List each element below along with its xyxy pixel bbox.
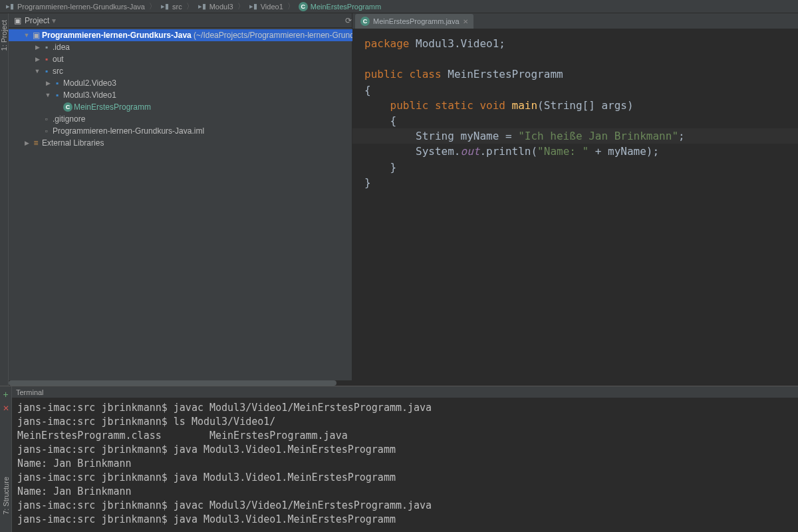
breadcrumb-programmieren-lernen-grundkurs-java[interactable]: ▸▮Programmieren-lernen-Grundkurs-Java — [5, 2, 145, 11]
class-icon: C — [63, 102, 72, 112]
breadcrumb-label: Modul3 — [209, 3, 233, 11]
code-editor[interactable]: package Modul3.Video1; public class Mein… — [352, 29, 798, 386]
tree-node-src[interactable]: ▼▪src — [9, 65, 394, 77]
breadcrumb-label: Programmieren-lernen-Grundkurs-Java — [17, 3, 145, 11]
tree-node-programmieren-lernen-grundkurs-java-iml[interactable]: ▫Programmieren-lernen-Grundkurs-Java.iml — [9, 125, 394, 137]
tree-node-external-libraries[interactable]: ▶≡External Libraries — [9, 137, 394, 149]
tree-node-meinerstesprogramm[interactable]: CMeinErstesProgramm — [9, 101, 394, 113]
tree-twisty-icon[interactable]: ▶ — [33, 44, 42, 51]
project-scrollbar[interactable] — [9, 380, 394, 386]
project-toolbar: ▣Project ▾ ⟳ ⇲ ✳ ↦ — [9, 13, 394, 28]
class-icon: C — [299, 2, 308, 11]
breadcrumb-label: MeinErstesProgramm — [311, 3, 381, 11]
breadcrumb-label: Video1 — [261, 3, 283, 11]
tree-node--idea[interactable]: ▶▪.idea — [9, 41, 394, 53]
package-icon: ▪ — [53, 90, 62, 100]
folder-icon: ▸▮ — [198, 2, 207, 11]
tree-label: out — [53, 55, 64, 64]
breadcrumb-label: src — [172, 3, 182, 11]
close-session-icon[interactable]: ✕ — [3, 404, 9, 413]
tab-label: MeinErstesProgramm.java — [373, 17, 460, 25]
package-icon: ▪ — [53, 78, 62, 88]
library-icon: ≡ — [31, 138, 41, 148]
file-icon: ▫ — [42, 114, 51, 124]
terminal-gutter: + ✕ 7: Structure — [0, 386, 12, 532]
tab-main-file[interactable]: C MeinErstesProgramm.java ✕ — [355, 14, 473, 29]
tree-twisty-icon[interactable]: ▶ — [33, 56, 42, 63]
tree-label: Programmieren-lernen-Grundkurs-Java.iml — [53, 126, 204, 136]
tree-root[interactable]: ▼▣ Programmieren-lernen-Grundkurs-Java (… — [9, 29, 394, 41]
tree-node-out[interactable]: ▶▪out — [9, 53, 394, 65]
project-view-icon: ▣ — [13, 16, 22, 25]
breadcrumb-video1[interactable]: ▸▮Video1 — [249, 2, 283, 11]
tree-label: Modul2.Video3 — [63, 78, 116, 88]
folder-icon: ▪ — [42, 55, 51, 64]
tree-node--gitignore[interactable]: ▫.gitignore — [9, 113, 394, 125]
project-tree[interactable]: ▼▣ Programmieren-lernen-Grundkurs-Java (… — [9, 28, 394, 380]
tree-label: Modul3.Video1 — [63, 90, 116, 100]
editor-tabs: C MeinErstesProgramm.java ✕ — [352, 13, 798, 29]
terminal-output[interactable]: jans-imac:src jbrinkmann$ javac Modul3/V… — [12, 398, 798, 532]
tree-label: .idea — [53, 43, 70, 52]
tree-label: src — [53, 66, 63, 76]
class-icon: C — [360, 17, 370, 26]
tree-twisty-icon[interactable]: ▶ — [43, 80, 53, 86]
tree-node-modul3-video1[interactable]: ▼▪Modul3.Video1 — [9, 89, 394, 101]
breadcrumb-src[interactable]: ▸▮src — [160, 2, 182, 11]
tree-twisty-icon[interactable]: ▼ — [43, 92, 53, 98]
folder-icon: ▸▮ — [249, 2, 258, 11]
tree-twisty-icon[interactable]: ▼ — [33, 68, 42, 74]
close-icon[interactable]: ✕ — [463, 18, 468, 25]
structure-tool-tab[interactable]: 7: Structure — [2, 477, 10, 515]
breadcrumb-meinerstesprogramm[interactable]: CMeinErstesProgramm — [299, 2, 381, 11]
tree-node-modul2-video3[interactable]: ▶▪Modul2.Video3 — [9, 77, 394, 89]
project-toolbar-label: Project — [25, 16, 49, 25]
file-icon: ▫ — [42, 126, 51, 136]
tree-twisty-icon[interactable]: ▶ — [22, 140, 31, 146]
tree-label: MeinErstesProgramm — [74, 102, 151, 112]
folder-icon: ▪ — [42, 43, 51, 52]
terminal-title: Terminal — [12, 386, 798, 398]
tree-label: .gitignore — [53, 114, 85, 124]
project-tool-tab[interactable]: 1: Project — [0, 20, 8, 51]
project-icon: ▸▮ — [5, 2, 15, 11]
breadcrumb-modul3[interactable]: ▸▮Modul3 — [198, 2, 233, 11]
folder-icon: ▸▮ — [160, 2, 170, 11]
package-icon: ▪ — [42, 66, 51, 76]
tool-window-stripe-left: 1: Project — [0, 13, 9, 386]
new-session-icon[interactable]: + — [3, 389, 8, 400]
project-icon: ▣ — [31, 31, 41, 40]
tree-label: External Libraries — [42, 138, 104, 148]
breadcrumb: ▸▮Programmieren-lernen-Grundkurs-Java〉▸▮… — [0, 0, 798, 13]
